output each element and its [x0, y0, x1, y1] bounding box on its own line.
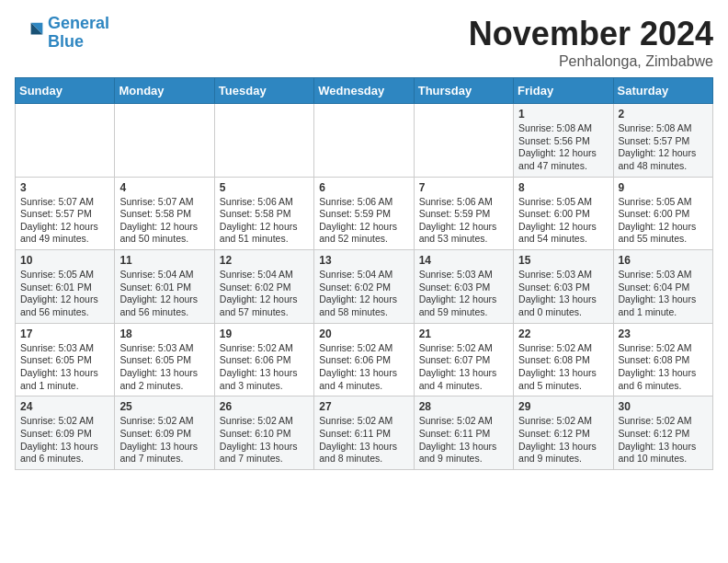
- page-header: General Blue November 2024 Penhalonga, Z…: [15, 15, 713, 70]
- calendar-week-row: 3Sunrise: 5:07 AMSunset: 5:57 PMDaylight…: [16, 177, 713, 250]
- calendar-cell: [214, 104, 313, 178]
- day-number: 4: [119, 181, 209, 194]
- cell-content: Sunset: 6:02 PM: [220, 282, 309, 294]
- logo: General Blue: [15, 15, 109, 52]
- cell-content: Sunrise: 5:03 AM: [119, 342, 209, 355]
- calendar-cell: 26Sunrise: 5:02 AMSunset: 6:10 PMDayligh…: [214, 396, 313, 470]
- cell-content: Sunrise: 5:04 AM: [220, 269, 309, 282]
- day-number: 13: [319, 254, 408, 267]
- logo-icon: [15, 18, 44, 48]
- header-tuesday: Tuesday: [214, 78, 313, 104]
- cell-content: Sunrise: 5:02 AM: [419, 342, 508, 355]
- calendar-cell: 11Sunrise: 5:04 AMSunset: 6:01 PMDayligh…: [115, 250, 214, 324]
- calendar-cell: 25Sunrise: 5:02 AMSunset: 6:09 PMDayligh…: [115, 396, 214, 470]
- logo-line1: General: [48, 14, 109, 32]
- day-number: 9: [619, 181, 708, 194]
- cell-content: Sunrise: 5:08 AM: [619, 122, 708, 135]
- day-number: 19: [220, 327, 309, 340]
- day-number: 24: [20, 400, 109, 413]
- cell-content: Daylight: 12 hours and 47 minutes.: [518, 147, 608, 172]
- cell-content: Daylight: 12 hours and 49 minutes.: [20, 221, 109, 246]
- cell-content: Daylight: 13 hours and 6 minutes.: [20, 441, 109, 465]
- cell-content: Sunrise: 5:06 AM: [419, 196, 508, 209]
- cell-content: Sunrise: 5:03 AM: [419, 269, 508, 282]
- calendar-cell: [115, 104, 214, 178]
- calendar-week-row: 17Sunrise: 5:03 AMSunset: 6:05 PMDayligh…: [16, 323, 713, 396]
- cell-content: Daylight: 12 hours and 51 minutes.: [220, 221, 309, 246]
- cell-content: Sunset: 5:57 PM: [619, 135, 708, 148]
- day-number: 18: [119, 327, 209, 340]
- cell-content: Sunset: 6:09 PM: [119, 428, 209, 441]
- header-sunday: Sunday: [16, 78, 115, 104]
- day-number: 25: [119, 400, 209, 413]
- cell-content: Sunrise: 5:05 AM: [20, 269, 109, 282]
- cell-content: Sunrise: 5:02 AM: [619, 342, 708, 355]
- cell-content: Sunrise: 5:03 AM: [619, 269, 708, 282]
- day-number: 11: [119, 254, 209, 267]
- calendar-cell: 27Sunrise: 5:02 AMSunset: 6:11 PMDayligh…: [314, 396, 414, 470]
- cell-content: Daylight: 13 hours and 6 minutes.: [619, 367, 708, 392]
- day-number: 1: [518, 108, 608, 121]
- day-number: 30: [619, 400, 708, 413]
- calendar-cell: 3Sunrise: 5:07 AMSunset: 5:57 PMDaylight…: [16, 177, 115, 250]
- title-block: November 2024 Penhalonga, Zimbabwe: [469, 15, 713, 70]
- cell-content: Sunset: 6:02 PM: [319, 282, 408, 294]
- day-number: 17: [20, 327, 109, 340]
- day-number: 7: [419, 181, 508, 194]
- cell-content: Daylight: 12 hours and 57 minutes.: [220, 293, 309, 318]
- calendar-cell: 10Sunrise: 5:05 AMSunset: 6:01 PMDayligh…: [16, 250, 115, 324]
- cell-content: Sunset: 6:00 PM: [518, 208, 608, 221]
- cell-content: Sunset: 6:10 PM: [220, 428, 309, 441]
- cell-content: Sunset: 6:03 PM: [419, 282, 508, 294]
- cell-content: Sunset: 6:08 PM: [619, 354, 708, 367]
- cell-content: Sunset: 6:05 PM: [119, 354, 209, 367]
- day-number: 10: [20, 254, 109, 267]
- calendar-cell: 18Sunrise: 5:03 AMSunset: 6:05 PMDayligh…: [115, 323, 214, 396]
- cell-content: Daylight: 13 hours and 8 minutes.: [319, 441, 408, 465]
- calendar-cell: 6Sunrise: 5:06 AMSunset: 5:59 PMDaylight…: [314, 177, 414, 250]
- cell-content: Sunrise: 5:02 AM: [419, 415, 508, 428]
- day-number: 22: [518, 327, 608, 340]
- cell-content: Sunrise: 5:06 AM: [220, 196, 309, 209]
- cell-content: Daylight: 12 hours and 59 minutes.: [419, 293, 508, 318]
- calendar-cell: 7Sunrise: 5:06 AMSunset: 5:59 PMDaylight…: [414, 177, 513, 250]
- cell-content: Daylight: 13 hours and 7 minutes.: [119, 441, 209, 465]
- calendar-cell: 1Sunrise: 5:08 AMSunset: 5:56 PMDaylight…: [514, 104, 613, 178]
- calendar-cell: 13Sunrise: 5:04 AMSunset: 6:02 PMDayligh…: [314, 250, 414, 324]
- cell-content: Sunrise: 5:07 AM: [20, 196, 109, 209]
- logo-line2: Blue: [48, 32, 84, 51]
- cell-content: Sunset: 6:05 PM: [20, 354, 109, 367]
- cell-content: Daylight: 13 hours and 10 minutes.: [619, 441, 708, 465]
- cell-content: Sunset: 5:59 PM: [319, 208, 408, 221]
- cell-content: Daylight: 13 hours and 4 minutes.: [419, 367, 508, 392]
- calendar-cell: 21Sunrise: 5:02 AMSunset: 6:07 PMDayligh…: [414, 323, 513, 396]
- cell-content: Daylight: 13 hours and 2 minutes.: [119, 367, 209, 392]
- cell-content: Sunset: 6:00 PM: [619, 208, 708, 221]
- day-number: 21: [419, 327, 508, 340]
- cell-content: Sunrise: 5:02 AM: [518, 415, 608, 428]
- day-number: 12: [220, 254, 309, 267]
- cell-content: Sunrise: 5:05 AM: [619, 196, 708, 209]
- calendar-cell: 28Sunrise: 5:02 AMSunset: 6:11 PMDayligh…: [414, 396, 513, 470]
- header-saturday: Saturday: [613, 78, 712, 104]
- cell-content: Daylight: 12 hours and 52 minutes.: [319, 221, 408, 246]
- calendar-cell: [16, 104, 115, 178]
- day-number: 14: [419, 254, 508, 267]
- cell-content: Sunset: 6:04 PM: [619, 282, 708, 294]
- cell-content: Sunrise: 5:02 AM: [220, 342, 309, 355]
- cell-content: Daylight: 13 hours and 1 minute.: [20, 367, 109, 392]
- cell-content: Sunrise: 5:02 AM: [619, 415, 708, 428]
- cell-content: Sunset: 5:57 PM: [20, 208, 109, 221]
- calendar-week-row: 10Sunrise: 5:05 AMSunset: 6:01 PMDayligh…: [16, 250, 713, 324]
- cell-content: Daylight: 13 hours and 9 minutes.: [518, 441, 608, 465]
- cell-content: Sunset: 6:06 PM: [319, 354, 408, 367]
- day-number: 23: [619, 327, 708, 340]
- cell-content: Daylight: 12 hours and 56 minutes.: [20, 293, 109, 318]
- cell-content: Sunset: 5:56 PM: [518, 135, 608, 148]
- cell-content: Daylight: 12 hours and 50 minutes.: [119, 221, 209, 246]
- day-number: 26: [220, 400, 309, 413]
- day-number: 15: [518, 254, 608, 267]
- cell-content: Daylight: 13 hours and 4 minutes.: [319, 367, 408, 392]
- cell-content: Sunrise: 5:02 AM: [119, 415, 209, 428]
- calendar-cell: 4Sunrise: 5:07 AMSunset: 5:58 PMDaylight…: [115, 177, 214, 250]
